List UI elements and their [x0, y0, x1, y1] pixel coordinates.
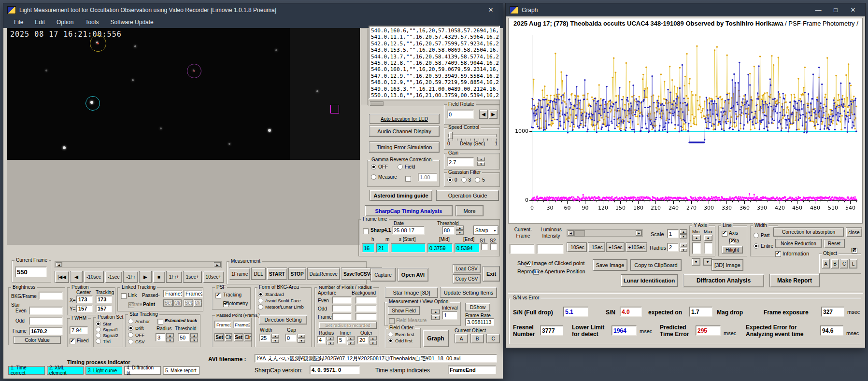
copy-clipboard-button[interactable]: Copy to ClipBoard — [630, 259, 682, 271]
object-button[interactable]: C — [840, 259, 848, 268]
radius-field[interactable]: 4 — [317, 336, 326, 344]
line-axis-checkbox[interactable] — [722, 231, 727, 237]
hilight-button[interactable]: Hilight — [722, 246, 743, 254]
transport-button[interactable]: 1sec+ — [183, 271, 202, 283]
exit-button[interactable]: Exit — [483, 266, 500, 282]
link-checkbox[interactable] — [121, 293, 127, 299]
close-icon[interactable]: ✕ — [483, 4, 499, 16]
passed-clr2-button[interactable]: Clr — [244, 333, 252, 341]
aperture-even-field[interactable] — [332, 296, 352, 304]
transport-button[interactable]: ■ — [153, 271, 165, 283]
star-image-3d-button[interactable]: Star Image [3D] — [385, 287, 438, 298]
ymax-up-button[interactable]: ▲ — [704, 235, 712, 241]
outer-field[interactable]: 20 — [357, 336, 368, 344]
linked-frame2-field[interactable]: Frame2 — [184, 290, 203, 297]
gaussian-radio[interactable]: 0 — [447, 177, 457, 183]
bkg-radio[interactable]: Meteor/Lunar Limb — [258, 304, 304, 310]
sharpcap-timing-analysis-button[interactable]: SharpCap Timing Analysis — [365, 205, 453, 216]
sharp41-checkbox[interactable] — [363, 228, 369, 234]
transport-button[interactable]: ◀ — [70, 271, 83, 283]
bkg-radio[interactable]: Standard — [258, 292, 304, 297]
hour-field[interactable]: 16 — [362, 243, 374, 253]
estimated-track-checkbox[interactable] — [157, 319, 163, 325]
sn-full-drop-field[interactable]: 5.1 — [563, 307, 588, 317]
passed-set2-button[interactable]: Set — [234, 333, 243, 341]
diffraction-analysis-button[interactable]: Diffraction Analysis — [683, 274, 764, 287]
graph-position-scrollbar[interactable]: ◀ ▶ — [567, 229, 643, 237]
lower-limit-field[interactable]: 1964 — [612, 325, 637, 336]
time-jump-button[interactable]: +10Sec — [626, 242, 647, 252]
tracking-threshold-spinner[interactable]: ▲▼ — [190, 333, 198, 342]
scroll-right-arrow[interactable]: ▶ — [214, 262, 221, 267]
second-start-field[interactable] — [391, 243, 426, 253]
copy-csv-button[interactable]: Copy CSV — [453, 274, 481, 283]
measurement-button[interactable]: START — [267, 268, 287, 280]
inner-spinner[interactable]: ▲▼ — [347, 336, 355, 345]
ymin-field[interactable] — [692, 242, 701, 254]
gamma-field-radio[interactable] — [398, 164, 403, 169]
direction-setting-button[interactable]: Direction Setting — [259, 315, 307, 325]
luminous-intensity-field[interactable] — [537, 244, 564, 254]
star-tracking-radio[interactable]: CSV — [128, 338, 150, 345]
time-jump-button[interactable]: -1Sec — [588, 242, 605, 252]
measurement-button[interactable]: DEL — [251, 268, 265, 280]
current-frame-readout-field[interactable] — [510, 244, 535, 254]
transport-button[interactable]: |◀◀ — [55, 271, 69, 283]
star-frame-field[interactable]: 1670.2 — [29, 327, 63, 335]
passed-set1-button[interactable]: Set — [214, 333, 224, 341]
width-part-radio[interactable] — [754, 233, 759, 238]
transport-button[interactable]: -10sec — [84, 271, 104, 283]
tracking-radius-field[interactable]: 3 — [156, 333, 165, 341]
gaussian-radio[interactable]: 5 — [475, 177, 485, 183]
more-button[interactable]: More — [455, 205, 484, 216]
dshow-button[interactable]: DShow — [465, 303, 490, 311]
background-even-field[interactable] — [356, 296, 377, 304]
field-order-radio[interactable]: Even first — [388, 332, 414, 337]
video-frame[interactable]: 2025 08 17 16:21:00:556 — [7, 28, 360, 160]
radius-spinner[interactable]: ▲▼ — [327, 336, 334, 345]
passed-frame2-field[interactable]: Frame2 — [233, 321, 250, 328]
gain-field[interactable]: 2.7 — [447, 157, 474, 167]
open-avi-button[interactable]: Open AVI — [398, 268, 428, 282]
fwhm-fixed-checkbox[interactable] — [70, 339, 75, 344]
sn-field[interactable]: 4.0 — [620, 307, 642, 317]
s1-field[interactable] — [481, 243, 488, 250]
menu-item[interactable]: File — [8, 17, 29, 27]
star-odd-field[interactable] — [29, 317, 63, 325]
gamma-value-field[interactable]: 1.00 — [418, 173, 437, 182]
gamma-measure-radio[interactable] — [371, 174, 376, 180]
passed-frame1-field[interactable]: Frame1 — [214, 321, 231, 328]
transport-button[interactable]: ▶ — [139, 271, 152, 283]
capture-button[interactable]: Capture — [370, 268, 396, 282]
sharpcap-version-field[interactable]: 4. 0. 9571. 0 — [310, 366, 360, 374]
speed-slider-track[interactable] — [448, 134, 497, 137]
object-button[interactable]: A — [822, 259, 830, 268]
maximize-icon[interactable]: □ — [827, 4, 844, 16]
current-object-button[interactable]: C — [486, 334, 500, 343]
scrollbar-thumb[interactable] — [370, 101, 384, 106]
scroll-left-arrow[interactable]: ◀ — [56, 262, 62, 267]
marker-b[interactable] — [187, 64, 201, 78]
avi-filename-field[interactable]: I:¥A-えんぺい観測¥観測記録2025¥07-12月¥20250817◎The… — [255, 354, 497, 363]
mag-drop-field[interactable]: 1.7 — [689, 307, 712, 317]
measurement-button[interactable]: 1Frame — [229, 268, 250, 280]
graph-radius-field[interactable]: 2 — [667, 243, 679, 252]
linked-frame1-field[interactable]: Frame1 — [163, 290, 183, 297]
vertical-scrollbar[interactable] — [361, 28, 368, 105]
aperture-frame-field[interactable] — [332, 313, 352, 320]
bkg-radio[interactable]: Avoid Sunlit Face — [258, 298, 304, 303]
x-tracking-field[interactable]: 173 — [96, 296, 112, 303]
gain-spinner[interactable]: ▲▼ — [477, 157, 485, 166]
background-frame-field[interactable] — [356, 313, 377, 320]
menu-item[interactable]: Edit — [29, 17, 51, 27]
field-measure-checkbox[interactable] — [389, 318, 395, 324]
predicted-time-error-field[interactable]: 295 — [696, 325, 721, 336]
graph-close-button[interactable]: close — [846, 227, 862, 237]
audio-channel-display-button[interactable]: Audio Channel Display — [369, 126, 440, 137]
color-value-button[interactable]: Color Value — [14, 336, 61, 344]
threshold-field[interactable]: 80 — [442, 226, 455, 235]
position-set-radio[interactable]: Signal2 — [96, 333, 118, 338]
save-image-button[interactable]: Save Image — [593, 259, 627, 271]
linked-set1-button[interactable]: Set — [163, 299, 173, 307]
position-set-radio[interactable]: Signal1 — [96, 327, 118, 332]
